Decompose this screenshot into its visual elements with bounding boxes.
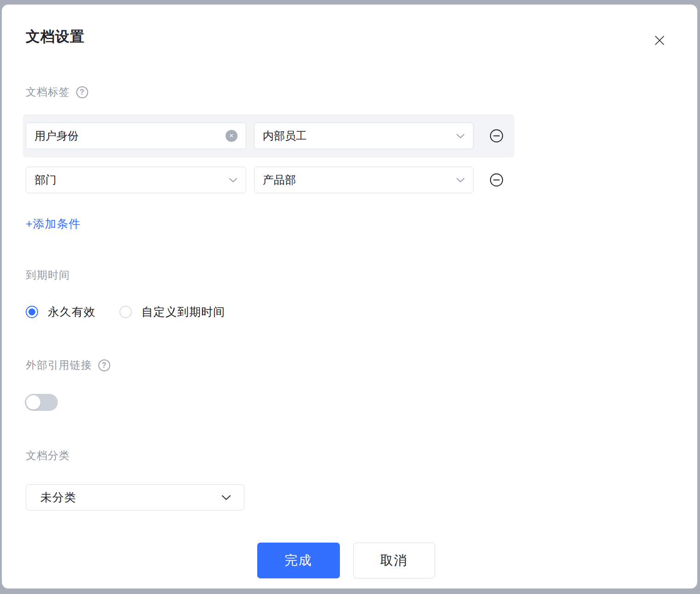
add-condition-link[interactable]: +添加条件 <box>26 216 81 231</box>
tag-key-input[interactable]: 用户身份 × <box>26 123 246 149</box>
minus-circle-icon <box>490 173 503 187</box>
category-value: 未分类 <box>40 490 218 505</box>
chevron-down-icon <box>221 495 231 500</box>
tag-condition-row-2: 部门 产品部 <box>26 167 666 193</box>
radio-permanent-label: 永久有效 <box>48 304 96 319</box>
tag-value-text: 内部员工 <box>263 129 452 143</box>
expiry-section-label: 到期时间 <box>26 268 666 282</box>
close-button[interactable] <box>649 30 670 50</box>
external-link-section-header: 外部引用链接 ? <box>26 358 666 372</box>
radio-custom-expiry[interactable]: 自定义到期时间 <box>119 304 225 319</box>
confirm-button[interactable]: 完成 <box>257 543 340 578</box>
remove-condition-button-2[interactable] <box>490 173 503 187</box>
radio-permanent[interactable]: 永久有效 <box>26 304 96 319</box>
radio-custom-expiry-label: 自定义到期时间 <box>141 304 225 319</box>
external-link-help-icon[interactable]: ? <box>98 359 110 371</box>
dialog-title: 文档设置 <box>26 28 666 46</box>
dialog-footer: 完成 取消 <box>26 543 666 578</box>
remove-condition-button-1[interactable] <box>490 129 503 143</box>
dialog-content: 文档设置 文档标签 ? 用户身份 × 内部员工 <box>2 5 697 588</box>
document-settings-dialog: 文档设置 文档标签 ? 用户身份 × 内部员工 <box>2 5 697 588</box>
tag-key-value: 用户身份 <box>34 129 226 143</box>
close-icon <box>654 35 665 46</box>
clear-icon[interactable]: × <box>226 130 237 142</box>
tag-condition-row-1: 用户身份 × 内部员工 <box>26 123 503 149</box>
tags-section-label: 文档标签 <box>26 85 70 99</box>
chevron-down-icon <box>456 178 465 183</box>
tag-key-select-2[interactable]: 部门 <box>26 167 246 193</box>
tags-section-header: 文档标签 ? <box>26 85 666 99</box>
tag-value-text: 产品部 <box>263 173 452 187</box>
expiry-options: 永久有效 自定义到期时间 <box>26 304 666 319</box>
tag-value-select-2[interactable]: 产品部 <box>254 167 474 193</box>
cancel-button[interactable]: 取消 <box>353 543 435 578</box>
external-link-toggle[interactable] <box>25 394 58 411</box>
radio-selected-icon <box>26 306 38 318</box>
category-section-label: 文档分类 <box>26 448 666 463</box>
external-link-label: 外部引用链接 <box>26 358 92 372</box>
category-select[interactable]: 未分类 <box>26 484 244 510</box>
tag-condition-panel: 用户身份 × 内部员工 <box>23 114 514 157</box>
chevron-down-icon <box>229 178 237 183</box>
chevron-down-icon <box>456 134 465 139</box>
minus-circle-icon <box>490 129 503 143</box>
tag-value-select-1[interactable]: 内部员工 <box>254 123 474 149</box>
tags-help-icon[interactable]: ? <box>76 86 88 98</box>
toggle-knob <box>26 395 40 409</box>
radio-unselected-icon <box>119 306 132 318</box>
tag-key-text: 部门 <box>34 173 225 187</box>
